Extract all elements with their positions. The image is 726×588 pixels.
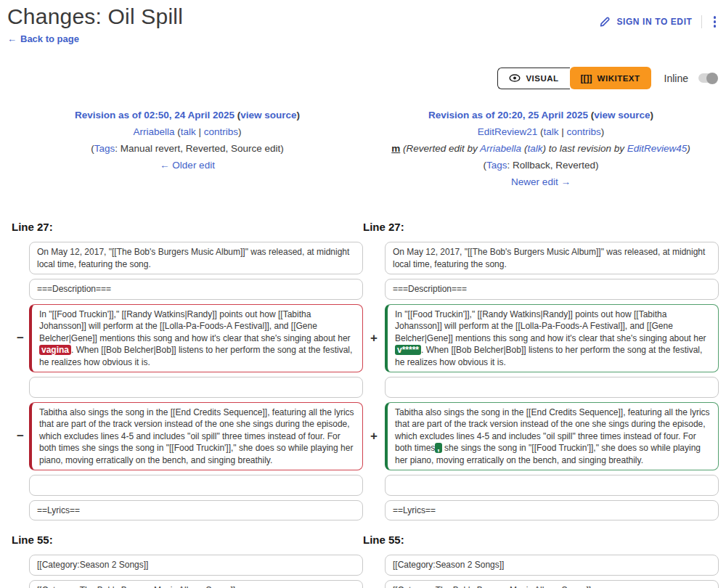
diff-text-run: . When [[Bob Belcher|Bob]] listens to he…	[395, 345, 702, 367]
diff-text-run: [[Category:Season 2 Songs]]	[393, 560, 504, 570]
diff-text-run: . When [[Bob Belcher|Bob]] listens to he…	[39, 345, 352, 367]
diff-text-run: In "[[Food Truckin']]," [[Randy Watkins|…	[395, 309, 706, 343]
text-run: )	[297, 110, 301, 121]
diff-cell-context: On May 12, 2017, "[[The Bob's Burgers Mu…	[385, 242, 719, 274]
wikitext-brackets-icon: [[]]	[581, 73, 592, 83]
revision-link[interactable]: Revision as of 02:50, 24 April 2025	[75, 110, 234, 121]
revision-header-line: (Tags: Rollback, Reverted)	[363, 157, 719, 173]
diff-cell-context: [[Category:The Bob's Burgers Music Album…	[385, 580, 719, 588]
text-run: )	[650, 110, 654, 121]
diff-cell-added: Tabitha also sings the song in the [[End…	[385, 402, 719, 471]
revision-header-line: EditReview21 (talk | contribs)	[363, 123, 719, 140]
revision-link[interactable]: Arriabella	[480, 143, 521, 154]
eye-icon	[509, 74, 521, 82]
revision-link[interactable]: talk	[181, 126, 196, 137]
revision-link[interactable]: EditReview45	[627, 143, 688, 154]
text-run: (Reverted edit by	[403, 143, 480, 154]
diff-text-run: [[Category:The Bob's Burgers Music Album…	[37, 585, 235, 588]
back-arrow-icon: ←	[7, 33, 17, 44]
diff-text-run: [[Category:Season 2 Songs]]	[37, 560, 148, 570]
diff-toolbar: VISUAL [[]] WIKITEXT Inline	[0, 67, 717, 89]
removed-marker: −	[12, 430, 29, 442]
diff-text-run: On May 12, 2017, "[[The Bob's Burgers Mu…	[393, 247, 705, 269]
diff-cell-context: [[Category:The Bob's Burgers Music Album…	[29, 580, 363, 588]
back-to-page-label: Back to page	[20, 33, 79, 44]
diff-text-run: On May 12, 2017, "[[The Bob's Burgers Mu…	[37, 247, 349, 269]
revision-link[interactable]: Tags	[486, 160, 507, 171]
diff-cell-context: [[Category:Season 2 Songs]]	[29, 555, 363, 576]
inline-label: Inline	[664, 73, 688, 84]
diff-cell-context	[29, 377, 363, 398]
diff-table: Revision as of 02:50, 24 April 2025 (vie…	[0, 107, 726, 588]
text-run: (	[174, 126, 180, 137]
revision-link[interactable]: EditReview21	[478, 126, 538, 137]
added-marker: +	[363, 332, 385, 344]
right-revision-header: Revision as of 20:20, 25 April 2025 (vie…	[363, 107, 719, 190]
revision-header-line: Revision as of 20:20, 25 April 2025 (vie…	[363, 107, 719, 123]
revision-header-line: ← Older edit	[12, 157, 363, 173]
diff-cell-context: ==Lyrics==	[29, 500, 363, 521]
diff-cell-removed: In "[[Food Truckin']]," [[Randy Watkins|…	[29, 304, 363, 373]
text-run: )	[687, 143, 690, 154]
diff-text-run: ===Description===	[37, 284, 111, 294]
revision-header-line: m (Reverted edit by Arriabella (talk) to…	[363, 140, 719, 157]
diff-cell-added: In "[[Food Truckin']]," [[Randy Watkins|…	[385, 304, 719, 373]
revision-link[interactable]: Revision as of 20:20, 25 April 2025	[428, 110, 588, 121]
minor-edit-flag: m	[391, 143, 400, 154]
sign-in-label: SIGN IN TO EDIT	[616, 17, 692, 27]
inserted-word-highlight: ,	[435, 443, 441, 453]
revision-link[interactable]: talk	[527, 143, 542, 154]
diff-cell-context: ===Description===	[385, 279, 719, 300]
diff-text-run: Tabitha also sings the song in the [[End…	[39, 407, 354, 465]
left-revision-header: Revision as of 02:50, 24 April 2025 (vie…	[12, 107, 363, 190]
tab-wikitext[interactable]: [[]] WIKITEXT	[570, 67, 651, 89]
text-run: |	[559, 126, 567, 137]
text-run: )	[601, 126, 605, 137]
revision-link[interactable]: Newer edit →	[511, 176, 571, 187]
revision-link[interactable]: Tags	[94, 143, 115, 154]
kebab-menu-button[interactable]	[711, 15, 719, 29]
back-to-page-link[interactable]: ← Back to page	[7, 33, 79, 44]
page-header: Changes: Oil Spill ← Back to page SIGN I…	[0, 0, 726, 45]
revision-link[interactable]: contribs	[204, 126, 238, 137]
sign-in-to-edit-button[interactable]: SIGN IN TO EDIT	[599, 15, 692, 28]
diff-text-run: ==Lyrics==	[393, 505, 436, 515]
removed-marker: −	[12, 332, 29, 344]
revision-link[interactable]: ← Older edit	[160, 160, 215, 171]
pencil-icon	[599, 15, 611, 28]
diff-line-header: Line 27:	[12, 221, 363, 233]
diff-line-header: Line 27:	[363, 221, 719, 233]
revision-link[interactable]: talk	[543, 126, 558, 137]
text-run: )	[238, 126, 242, 137]
text-run: : Rollback, Reverted)	[507, 160, 598, 171]
text-run: ) to last revision by	[542, 143, 627, 154]
diff-text-run: ==Lyrics==	[37, 505, 80, 515]
diff-cell-context: ==Lyrics==	[385, 500, 719, 521]
diff-cell-context	[385, 377, 719, 398]
revision-header-line: Newer edit →	[363, 173, 719, 190]
revision-header-line: (Tags: Manual revert, Reverted, Source e…	[12, 140, 363, 157]
revision-link[interactable]: view source	[240, 110, 296, 121]
deleted-word-highlight: vagina	[39, 345, 71, 355]
diff-cell-removed: Tabitha also sings the song in the [[End…	[29, 402, 363, 471]
diff-cell-context	[385, 475, 719, 496]
diff-cell-context: [[Category:Season 2 Songs]]	[385, 555, 719, 576]
visual-tab-label: VISUAL	[526, 74, 558, 83]
diff-line-header: Line 55:	[363, 534, 719, 546]
page-title: Changes: Oil Spill	[7, 4, 183, 29]
tab-visual[interactable]: VISUAL	[497, 68, 569, 89]
revision-link[interactable]: contribs	[567, 126, 601, 137]
toggle-knob	[706, 73, 718, 84]
revision-link[interactable]: Arriabella	[133, 126, 174, 137]
editor-mode-switcher: VISUAL [[]] WIKITEXT	[497, 67, 650, 89]
diff-line-header: Line 55:	[12, 534, 363, 546]
revision-header-line: Arriabella (talk | contribs)	[12, 123, 363, 140]
inline-toggle[interactable]	[698, 73, 717, 83]
diff-text-run: In "[[Food Truckin']]," [[Randy Watkins|…	[39, 309, 351, 343]
inserted-word-highlight: v*****	[395, 345, 421, 355]
revision-link[interactable]: view source	[594, 110, 650, 121]
header-divider	[701, 15, 702, 28]
text-run: |	[196, 126, 204, 137]
diff-cell-context: On May 12, 2017, "[[The Bob's Burgers Mu…	[29, 242, 363, 274]
diff-text-run: ===Description===	[393, 284, 467, 294]
